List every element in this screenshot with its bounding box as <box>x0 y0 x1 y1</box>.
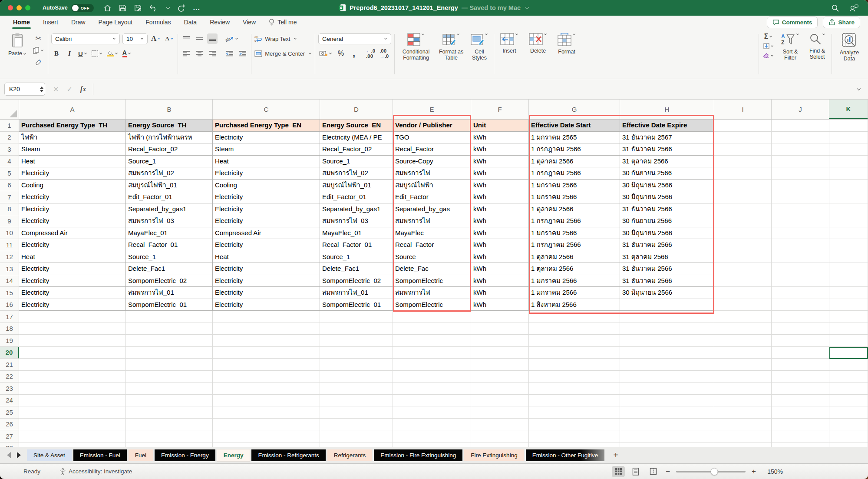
ribbon-tab-draw[interactable]: Draw <box>71 16 86 29</box>
cell-H14[interactable]: 31 ธันวาคม 2566 <box>620 275 714 287</box>
cell-F21[interactable] <box>471 359 529 371</box>
align-top-button[interactable] <box>181 33 191 44</box>
cell-C1[interactable]: Purchased Energy Type_EN <box>213 120 320 132</box>
cell-E16[interactable]: SompornElectric <box>393 299 471 311</box>
cell-D23[interactable] <box>320 383 393 395</box>
ribbon-tab-insert[interactable]: Insert <box>43 16 58 29</box>
cell-J15[interactable] <box>772 287 829 299</box>
save-as-icon[interactable] <box>134 4 142 12</box>
share-button[interactable]: Share <box>823 17 860 28</box>
cell-D2[interactable]: Electricity (MEA / PE <box>320 132 393 144</box>
zoom-in-button[interactable]: + <box>750 467 758 476</box>
cell-H21[interactable] <box>620 359 714 371</box>
format-painter-button[interactable] <box>32 57 45 68</box>
cell-A6[interactable]: Cooling <box>19 180 126 192</box>
cell-I10[interactable] <box>714 227 772 240</box>
cell-A13[interactable]: Electricity <box>19 263 126 275</box>
cell-B10[interactable]: MayaElec_01 <box>126 227 213 240</box>
cell-J28[interactable] <box>772 442 829 447</box>
cell-J23[interactable] <box>772 383 829 395</box>
align-left-button[interactable] <box>181 48 191 59</box>
cell-D9[interactable]: สมพรการไฟ_03 <box>320 215 393 227</box>
cell-K18[interactable] <box>829 323 868 335</box>
underline-button[interactable]: U <box>77 48 88 59</box>
cell-B16[interactable]: SompornElectric_01 <box>126 299 213 311</box>
cell-G10[interactable]: 1 มกราคม 2566 <box>529 227 620 240</box>
accessibility-status[interactable]: Accessibility: Investigate <box>59 468 132 475</box>
cell-J27[interactable] <box>772 430 829 442</box>
format-cells-button[interactable]: Format <box>554 31 579 77</box>
accounting-format-button[interactable] <box>318 48 333 59</box>
cell-A18[interactable] <box>19 323 126 335</box>
cell-D20[interactable] <box>320 347 393 359</box>
cell-E26[interactable] <box>393 419 471 431</box>
cell-J19[interactable] <box>772 335 829 347</box>
cell-J11[interactable] <box>772 239 829 251</box>
cell-B2[interactable]: ไฟฟ้า (การไฟฟ้านครห <box>126 132 213 144</box>
cell-D8[interactable]: Separated_by_gas1 <box>320 203 393 216</box>
row-header-22[interactable]: 22 <box>0 371 19 383</box>
cell-J16[interactable] <box>772 299 829 311</box>
sheet-tab-refrigerants[interactable]: Refrigerants <box>327 449 373 461</box>
row-header-9[interactable]: 9 <box>0 215 19 227</box>
cell-B15[interactable]: สมพรการไฟ_01 <box>126 287 213 299</box>
row-header-5[interactable]: 5 <box>0 167 19 180</box>
cell-I27[interactable] <box>714 430 772 442</box>
cell-J10[interactable] <box>772 227 829 240</box>
align-middle-button[interactable] <box>194 33 205 44</box>
cell-C4[interactable]: Heat <box>213 156 320 168</box>
page-break-view-button[interactable] <box>647 466 660 477</box>
cell-F8[interactable]: kWh <box>471 203 529 216</box>
cell-I18[interactable] <box>714 323 772 335</box>
cell-H24[interactable] <box>620 395 714 407</box>
cell-D1[interactable]: Energy Source_EN <box>320 120 393 132</box>
cell-B5[interactable]: สมพรการไฟ_02 <box>126 167 213 180</box>
cell-K9[interactable] <box>829 215 868 227</box>
cell-D10[interactable]: MayaElec_01 <box>320 227 393 240</box>
undo-icon[interactable] <box>149 4 158 12</box>
align-right-button[interactable] <box>207 48 218 59</box>
cell-B25[interactable] <box>126 406 213 419</box>
cell-H26[interactable] <box>620 419 714 431</box>
cell-A16[interactable]: Electricity <box>19 299 126 311</box>
ribbon-tab-view[interactable]: View <box>243 16 256 29</box>
cell-D24[interactable] <box>320 395 393 407</box>
row-header-17[interactable]: 17 <box>0 311 19 323</box>
cell-G8[interactable]: 1 ตุลาคม 2566 <box>529 203 620 216</box>
cell-A24[interactable] <box>19 395 126 407</box>
cell-I11[interactable] <box>714 239 772 251</box>
cell-A8[interactable]: Electricity <box>19 203 126 216</box>
cell-F28[interactable] <box>471 442 529 447</box>
cell-J17[interactable] <box>772 311 829 323</box>
cell-I3[interactable] <box>714 143 772 156</box>
cell-D3[interactable]: Recal_Factor_02 <box>320 143 393 156</box>
cell-D21[interactable] <box>320 359 393 371</box>
cell-B7[interactable]: Edit_Factor_01 <box>126 191 213 203</box>
cell-I26[interactable] <box>714 419 772 431</box>
ribbon-tab-page-layout[interactable]: Page Layout <box>99 16 133 29</box>
cell-A28[interactable] <box>19 442 126 447</box>
cell-F20[interactable] <box>471 347 529 359</box>
zoom-slider[interactable] <box>676 471 746 472</box>
cell-B1[interactable]: Energy Source_TH <box>126 120 213 132</box>
cell-A11[interactable]: Electricity <box>19 239 126 251</box>
delete-cells-button[interactable]: Delete <box>526 31 550 77</box>
cell-H16[interactable] <box>620 299 714 311</box>
cell-I8[interactable] <box>714 203 772 216</box>
cell-D11[interactable]: Recal_Factor_01 <box>320 239 393 251</box>
cell-B9[interactable]: สมพรการไฟ_03 <box>126 215 213 227</box>
cell-K3[interactable] <box>829 143 868 156</box>
wrap-text-button[interactable]: abc Wrap Text <box>254 31 312 46</box>
cell-K11[interactable] <box>829 239 868 251</box>
column-header-K[interactable]: K <box>829 100 868 119</box>
analyze-data-button[interactable]: Analyze Data <box>835 31 864 62</box>
cell-J12[interactable] <box>772 251 829 263</box>
cell-E10[interactable]: MayaElec <box>393 227 471 240</box>
column-header-C[interactable]: C <box>213 100 320 119</box>
cell-F24[interactable] <box>471 395 529 407</box>
row-header-3[interactable]: 3 <box>0 143 19 156</box>
cell-A21[interactable] <box>19 359 126 371</box>
row-header-23[interactable]: 23 <box>0 383 19 395</box>
row-header-21[interactable]: 21 <box>0 359 19 371</box>
cell-D25[interactable] <box>320 406 393 419</box>
